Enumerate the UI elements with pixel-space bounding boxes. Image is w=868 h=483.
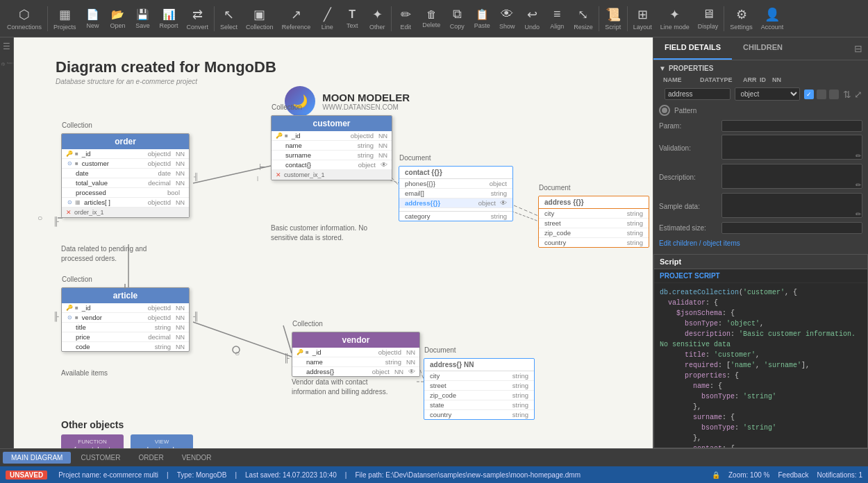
order-desc: Data related to pending and processed or… (61, 244, 179, 264)
sample-data-input[interactable] (721, 193, 862, 218)
vendor-collection[interactable]: Collection vendor 🔑 ■ _id objectId NN na… (292, 332, 420, 377)
transfer-icon[interactable]: ⇅ (843, 89, 851, 100)
customer-header: customer (272, 116, 392, 131)
description-edit-icon[interactable]: ✏ (856, 181, 861, 189)
param-input[interactable] (721, 120, 862, 132)
copy-icon: ⧉ (453, 7, 462, 22)
address-vendor-document[interactable]: Document address{} NN city string street… (424, 358, 535, 420)
article-collection[interactable]: Collection article 🔑 ■ _id objectId NN ⊙… (61, 287, 190, 352)
script-content[interactable]: db.createCollection('customer', { valida… (654, 283, 867, 448)
svg-line-8 (514, 205, 538, 216)
datatype-select[interactable]: object (735, 87, 801, 101)
show-btn[interactable]: 👁 Show (494, 6, 519, 31)
status-sep2: | (235, 471, 237, 479)
order-row-processed: processed bool (62, 188, 189, 198)
article-conn-left: ╟ (53, 312, 59, 321)
id-checkbox[interactable] (817, 90, 826, 99)
script-btn[interactable]: 📜 Script (601, 6, 626, 32)
select-btn[interactable]: ↖ Select (216, 6, 242, 32)
nn-checkbox[interactable] (829, 90, 839, 99)
account-btn[interactable]: 👤 Account (757, 6, 788, 32)
account-label: Account (761, 24, 784, 31)
open-btn[interactable]: 📂 Open (106, 7, 131, 31)
resize-icon: ⤡ (578, 7, 588, 22)
tab-main-diagram[interactable]: MAIN DIAGRAM (3, 452, 71, 464)
svg-line-7 (392, 178, 399, 185)
tab-field-details[interactable]: FIELD DETAILS (653, 37, 732, 60)
line-btn[interactable]: ╱ Line (315, 6, 340, 32)
right-panel-tabs: FIELD DETAILS CHILDREN ⊟ (653, 37, 868, 60)
projects-btn[interactable]: ▦ Projects (49, 6, 81, 32)
delete-btn[interactable]: 🗑 Delete (418, 7, 444, 30)
select-icon: ↖ (224, 7, 234, 22)
name-input[interactable] (665, 88, 731, 100)
article-desc: Available items (61, 369, 108, 377)
other-objects-title: Other objects (61, 419, 193, 430)
status-notifications[interactable]: Notifications: 1 (817, 471, 862, 479)
vendor-header: vendor (292, 332, 419, 348)
status-feedback[interactable]: Feedback (778, 471, 808, 479)
collection-btn[interactable]: ▣ Collection (242, 6, 278, 32)
report-btn[interactable]: 📊 Report (156, 7, 183, 31)
tab-customer[interactable]: CUSTOMER (72, 452, 128, 464)
new-btn[interactable]: 📄 New (81, 7, 106, 31)
expand-icon[interactable]: ⤢ (854, 89, 862, 100)
tab-children[interactable]: CHILDREN (732, 37, 794, 60)
settings-icon: ⚙ (736, 7, 747, 22)
validation-input[interactable] (721, 135, 862, 160)
save-btn[interactable]: 💾 Save (131, 7, 156, 31)
pattern-label: Pattern (674, 107, 696, 115)
reference-btn[interactable]: ↗ Reference (278, 6, 315, 32)
text-label: Text (347, 22, 358, 29)
other-btn[interactable]: ✦ Other (365, 6, 390, 32)
undo-btn[interactable]: ↩ Undo (519, 6, 544, 32)
address-contact-document[interactable]: Document address {{}} city string street… (538, 196, 649, 248)
validation-edit-icon[interactable]: ✏ (856, 152, 861, 160)
reference-label: Reference (282, 24, 311, 31)
addr-row-country: country string (539, 238, 649, 247)
properties-section-header[interactable]: ▼ PROPERTIES (659, 65, 862, 72)
tab-order[interactable]: ORDER (131, 452, 172, 464)
layout-btn[interactable]: ⊞ Layout (629, 6, 656, 32)
connections-btn[interactable]: ⬡ Connections (3, 6, 46, 32)
arr-checkbox[interactable]: ✓ (804, 90, 814, 99)
align-icon: ≡ (553, 7, 561, 22)
sidebar-toggle[interactable]: ☰ (1, 40, 12, 53)
collapse-panel-btn[interactable]: ⊟ (849, 37, 868, 60)
settings-btn[interactable]: ⚙ Settings (726, 6, 757, 32)
view-name-label: v_best_orders (140, 446, 183, 448)
layout-label: Layout (633, 24, 652, 31)
align-label: Align (550, 23, 564, 30)
other-icon: ✦ (372, 7, 383, 22)
customer-collection[interactable]: Collection customer 🔑 ■ _id objectId NN … (271, 115, 392, 180)
paste-btn[interactable]: 📋 Paste (469, 7, 494, 31)
convert-btn[interactable]: ⇄ Convert (183, 6, 213, 32)
article-row-id: 🔑 ■ _id objectId NN (62, 303, 189, 313)
line-label: Line (322, 24, 333, 31)
fn-get-best-btn[interactable]: FUNCTION fn_get_best (61, 434, 124, 448)
tab-vendor[interactable]: VENDOR (174, 452, 220, 464)
align-btn[interactable]: ≡ Align (544, 6, 569, 31)
article-row-code: code string NN (62, 342, 189, 351)
estimated-size-input[interactable] (721, 222, 862, 234)
contact-document[interactable]: Document contact {{}} phones{{}} object … (399, 166, 513, 221)
order-collection-label: Collection (62, 121, 92, 129)
convert-label: Convert (187, 24, 209, 31)
validation-label: Validation: (659, 144, 721, 152)
edit-btn[interactable]: ✏ Edit (393, 6, 418, 32)
v-best-orders-btn[interactable]: VIEW v_best_orders (131, 434, 193, 448)
linemode-btn[interactable]: ✦ Line mode (656, 6, 694, 32)
resize-btn[interactable]: ⤡ Resize (569, 6, 597, 32)
display-btn[interactable]: 🖥 Display (694, 6, 723, 31)
description-input[interactable] (721, 164, 862, 189)
svg-text:|: | (257, 175, 258, 181)
collection-label: Collection (246, 24, 274, 31)
report-label: Report (160, 22, 178, 29)
text-btn[interactable]: T Text (340, 7, 365, 31)
pattern-radio[interactable] (659, 105, 670, 116)
copy-btn[interactable]: ⧉ Copy (444, 6, 469, 31)
edit-children-link[interactable]: Edit children / object items (659, 237, 862, 250)
canvas-title: Diagram created for MongoDB (56, 58, 276, 76)
sample-data-edit-icon[interactable]: ✏ (856, 210, 861, 218)
order-collection[interactable]: Collection order 🔑 ■ _id objectId NN ⊙ ■… (61, 133, 190, 218)
